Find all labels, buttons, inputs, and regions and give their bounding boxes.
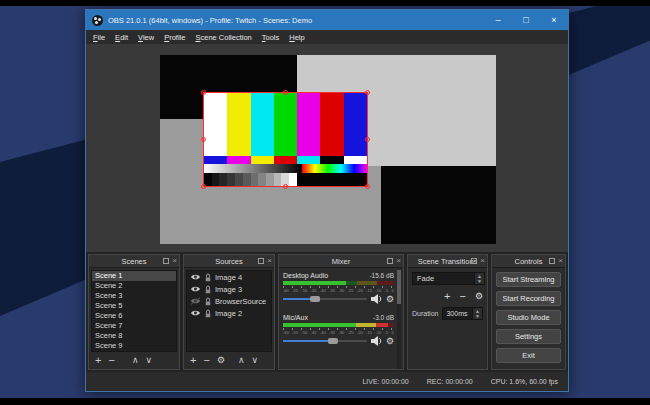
menu-help[interactable]: Help [284,31,309,44]
scene-list-item[interactable]: Scene 1 [92,271,176,281]
spin-down-icon[interactable]: ▼ [475,314,480,319]
sources-panel-header[interactable]: Sources × [184,255,274,268]
preview-area [86,44,568,252]
move-source-down-button[interactable]: ∨ [252,354,259,367]
duration-value: 300ms [443,310,472,317]
resize-handle-topleft[interactable] [201,90,206,95]
start-recording-button[interactable]: Start Recording [496,291,561,306]
scene-list-item[interactable]: Scene 6 [92,311,176,321]
resize-handle-midleft[interactable] [201,137,206,142]
close-panel-icon[interactable]: × [172,258,177,264]
resize-handle-bottomright[interactable] [365,184,370,189]
title-bar[interactable]: OBS 21.0.1 (64bit, windows) - Profile: T… [86,10,568,30]
scene-list-item[interactable]: Scene 9 [92,341,176,351]
menu-edit[interactable]: Edit [110,31,133,44]
float-panel-icon[interactable] [258,258,264,264]
source-name: BrowserSource [215,297,266,306]
source-black-rect-bottomright[interactable] [381,166,496,244]
source-list-item[interactable]: BrowserSource [187,295,271,307]
lock-icon[interactable] [204,309,212,318]
scene-list-item[interactable]: Scene 7 [92,321,176,331]
move-scene-up-button[interactable]: ∧ [132,354,139,367]
menu-profile[interactable]: Profile [159,31,190,44]
float-panel-icon[interactable] [471,258,477,264]
live-time: LIVE: 00:00:00 [362,378,408,385]
channel-settings-gear-icon[interactable]: ⚙ [386,294,394,304]
mixer-panel-header[interactable]: Mixer × [279,255,403,268]
lock-icon[interactable] [204,273,212,282]
maximize-button[interactable]: □ [512,10,540,30]
settings-button[interactable]: Settings [496,329,561,344]
duration-spinbox[interactable]: 300ms ▲ ▼ [442,307,483,320]
obs-window: OBS 21.0.1 (64bit, windows) - Profile: T… [85,9,569,392]
menu-view[interactable]: View [133,31,159,44]
menu-tools[interactable]: Tools [257,31,285,44]
source-list-item[interactable]: Image 2 [187,307,271,319]
resize-handle-bottommid[interactable] [283,184,288,189]
close-panel-icon[interactable]: × [558,258,563,264]
volume-slider-knob[interactable] [310,296,320,302]
resize-handle-midright[interactable] [365,137,370,142]
volume-slider[interactable] [283,293,367,305]
channel-settings-gear-icon[interactable]: ⚙ [386,336,394,346]
float-panel-icon[interactable] [549,258,555,264]
close-button[interactable]: × [540,10,568,30]
visibility-eye-icon[interactable] [190,309,201,317]
add-transition-button[interactable]: + [444,290,450,303]
source-list-item[interactable]: Image 4 [187,271,271,283]
scene-list-item[interactable]: Scene 3 [92,291,176,301]
resize-handle-topmid[interactable] [283,90,288,95]
close-panel-icon[interactable]: × [396,258,401,264]
volume-slider[interactable] [283,335,367,347]
volume-slider-knob[interactable] [328,338,338,344]
menu-scene-collection[interactable]: Scene Collection [190,31,256,44]
spin-down-icon[interactable]: ▼ [477,279,482,284]
float-panel-icon[interactable] [387,258,393,264]
resize-handle-bottomleft[interactable] [201,184,206,189]
transitions-panel-header[interactable]: Scene Transitions × [408,255,487,268]
controls-panel-header[interactable]: Controls × [492,255,565,268]
scenes-panel-header[interactable]: Scenes × [89,255,179,268]
menu-file[interactable]: File [88,31,110,44]
lock-icon[interactable] [204,297,212,306]
resize-handle-topright[interactable] [365,90,370,95]
selected-source-colorbars[interactable] [204,93,367,186]
scene-list-item[interactable]: Scene 10 [92,351,176,352]
transition-select[interactable]: Fade ▲ ▼ [412,272,485,285]
scene-canvas[interactable] [160,55,496,244]
float-panel-icon[interactable] [163,258,169,264]
add-scene-button[interactable]: + [95,354,101,367]
transition-properties-gear-icon[interactable]: ⚙ [475,290,483,303]
scene-list-item[interactable]: Scene 5 [92,301,176,311]
transition-select-spinner[interactable]: ▲ ▼ [474,273,484,284]
move-scene-down-button[interactable]: ∨ [145,354,152,367]
close-panel-icon[interactable]: × [480,258,485,264]
remove-scene-button[interactable]: − [108,354,114,367]
move-source-up-button[interactable]: ∧ [238,354,245,367]
start-streaming-button[interactable]: Start Streaming [496,272,561,287]
studio-mode-button[interactable]: Studio Mode [496,310,561,325]
exit-button[interactable]: Exit [496,348,561,363]
close-panel-icon[interactable]: × [267,258,272,264]
remove-source-button[interactable]: − [203,354,209,367]
remove-transition-button[interactable]: − [459,290,465,303]
speaker-icon[interactable] [371,336,382,346]
sources-toolbar: + − ⚙ ∧ ∨ [186,354,272,367]
scene-list-item[interactable]: Scene 2 [92,281,176,291]
source-list-item[interactable]: Image 3 [187,283,271,295]
lock-icon[interactable] [204,285,212,294]
visibility-eye-icon[interactable] [190,285,201,293]
mixer-channel-mic-aux: Mic/Aux -3.0 dB -60-55-50-45-40-35-30-25… [283,314,394,347]
scene-list-item[interactable]: Scene 8 [92,331,176,341]
add-source-button[interactable]: + [190,354,196,367]
channel-name: Desktop Audio [283,272,328,279]
speaker-icon[interactable] [371,294,382,304]
duration-spinner[interactable]: ▲ ▼ [472,308,482,319]
visibility-eye-slash-icon[interactable] [190,297,201,305]
visibility-eye-icon[interactable] [190,273,201,281]
minimize-button[interactable]: – [484,10,512,30]
transition-duration-row: Duration 300ms ▲ ▼ [412,307,483,320]
channel-name: Mic/Aux [283,314,308,321]
source-properties-gear-icon[interactable]: ⚙ [217,354,225,367]
mixer-scrollbar[interactable] [397,270,401,369]
